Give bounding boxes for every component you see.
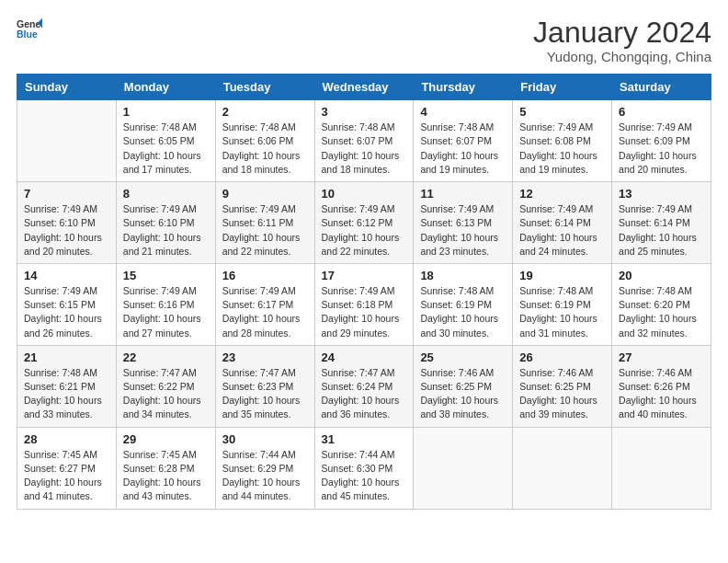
- table-cell: 3Sunrise: 7:48 AMSunset: 6:07 PMDaylight…: [314, 100, 414, 182]
- table-cell: 28Sunrise: 7:45 AMSunset: 6:27 PMDayligh…: [17, 427, 117, 509]
- table-cell: [414, 427, 513, 509]
- day-number: 19: [519, 269, 605, 282]
- header-row: Sunday Monday Tuesday Wednesday Thursday…: [17, 75, 711, 100]
- day-number: 24: [322, 350, 407, 364]
- day-info: Sunrise: 7:48 AMSunset: 6:05 PMDaylight:…: [123, 121, 209, 177]
- day-info: Sunrise: 7:45 AMSunset: 6:27 PMDaylight:…: [24, 448, 109, 504]
- day-number: 12: [519, 187, 605, 201]
- table-cell: 25Sunrise: 7:46 AMSunset: 6:25 PMDayligh…: [414, 345, 513, 427]
- week-row-4: 28Sunrise: 7:45 AMSunset: 6:27 PMDayligh…: [17, 427, 711, 509]
- table-cell: 4Sunrise: 7:48 AMSunset: 6:07 PMDaylight…: [414, 100, 513, 182]
- table-cell: [513, 427, 612, 509]
- day-number: 1: [123, 105, 209, 119]
- col-friday: Friday: [513, 75, 612, 100]
- table-cell: 19Sunrise: 7:48 AMSunset: 6:19 PMDayligh…: [513, 263, 612, 345]
- header: General Blue January 2024 Yudong, Chongq…: [17, 17, 711, 64]
- day-number: 25: [420, 350, 506, 364]
- day-number: 9: [222, 187, 308, 201]
- week-row-1: 7Sunrise: 7:49 AMSunset: 6:10 PMDaylight…: [17, 182, 711, 264]
- table-cell: 26Sunrise: 7:46 AMSunset: 6:25 PMDayligh…: [513, 345, 612, 427]
- month-title: January 2024: [533, 17, 711, 49]
- day-info: Sunrise: 7:44 AMSunset: 6:30 PMDaylight:…: [322, 448, 407, 504]
- table-cell: [17, 100, 117, 182]
- logo: General Blue: [17, 17, 42, 42]
- page: General Blue January 2024 Yudong, Chongq…: [0, 0, 728, 563]
- table-cell: 10Sunrise: 7:49 AMSunset: 6:12 PMDayligh…: [314, 182, 414, 264]
- day-info: Sunrise: 7:48 AMSunset: 6:07 PMDaylight:…: [322, 121, 407, 177]
- day-number: 16: [222, 269, 308, 282]
- day-info: Sunrise: 7:49 AMSunset: 6:08 PMDaylight:…: [519, 121, 605, 177]
- day-info: Sunrise: 7:49 AMSunset: 6:10 PMDaylight:…: [24, 202, 109, 259]
- table-cell: 9Sunrise: 7:49 AMSunset: 6:11 PMDaylight…: [215, 182, 314, 264]
- day-info: Sunrise: 7:49 AMSunset: 6:09 PMDaylight:…: [619, 121, 704, 177]
- table-cell: 2Sunrise: 7:48 AMSunset: 6:06 PMDaylight…: [215, 100, 314, 182]
- day-info: Sunrise: 7:46 AMSunset: 6:26 PMDaylight:…: [619, 366, 704, 422]
- day-number: 20: [619, 269, 704, 282]
- day-info: Sunrise: 7:48 AMSunset: 6:19 PMDaylight:…: [519, 284, 605, 340]
- col-saturday: Saturday: [612, 75, 711, 100]
- table-cell: 24Sunrise: 7:47 AMSunset: 6:24 PMDayligh…: [314, 345, 414, 427]
- col-tuesday: Tuesday: [215, 75, 314, 100]
- day-info: Sunrise: 7:47 AMSunset: 6:23 PMDaylight:…: [222, 366, 308, 422]
- col-wednesday: Wednesday: [314, 75, 414, 100]
- day-info: Sunrise: 7:49 AMSunset: 6:12 PMDaylight:…: [322, 202, 407, 259]
- day-number: 5: [519, 105, 605, 119]
- week-row-0: 1Sunrise: 7:48 AMSunset: 6:05 PMDaylight…: [17, 100, 711, 182]
- day-info: Sunrise: 7:47 AMSunset: 6:22 PMDaylight:…: [123, 366, 209, 422]
- table-cell: 21Sunrise: 7:48 AMSunset: 6:21 PMDayligh…: [17, 345, 117, 427]
- day-number: 18: [420, 269, 506, 282]
- table-cell: 1Sunrise: 7:48 AMSunset: 6:05 PMDaylight…: [116, 100, 215, 182]
- table-cell: 20Sunrise: 7:48 AMSunset: 6:20 PMDayligh…: [612, 263, 711, 345]
- day-number: 17: [322, 269, 407, 282]
- day-info: Sunrise: 7:48 AMSunset: 6:20 PMDaylight:…: [619, 284, 704, 340]
- day-number: 22: [123, 350, 209, 364]
- day-number: 3: [322, 105, 407, 119]
- table-cell: 30Sunrise: 7:44 AMSunset: 6:29 PMDayligh…: [215, 427, 314, 509]
- day-info: Sunrise: 7:49 AMSunset: 6:13 PMDaylight:…: [420, 202, 506, 259]
- table-cell: 13Sunrise: 7:49 AMSunset: 6:14 PMDayligh…: [612, 182, 711, 264]
- day-info: Sunrise: 7:49 AMSunset: 6:14 PMDaylight:…: [519, 202, 605, 259]
- day-number: 23: [222, 350, 308, 364]
- day-info: Sunrise: 7:49 AMSunset: 6:15 PMDaylight:…: [24, 284, 109, 340]
- day-number: 11: [420, 187, 506, 201]
- week-row-3: 21Sunrise: 7:48 AMSunset: 6:21 PMDayligh…: [17, 345, 711, 427]
- day-number: 7: [24, 187, 109, 201]
- calendar-table: Sunday Monday Tuesday Wednesday Thursday…: [17, 74, 711, 509]
- day-number: 14: [24, 269, 109, 282]
- day-number: 26: [519, 350, 605, 364]
- week-row-2: 14Sunrise: 7:49 AMSunset: 6:15 PMDayligh…: [17, 263, 711, 345]
- day-number: 10: [322, 187, 407, 201]
- table-cell: 11Sunrise: 7:49 AMSunset: 6:13 PMDayligh…: [414, 182, 513, 264]
- table-cell: 16Sunrise: 7:49 AMSunset: 6:17 PMDayligh…: [215, 263, 314, 345]
- day-number: 6: [619, 105, 704, 119]
- day-info: Sunrise: 7:49 AMSunset: 6:14 PMDaylight:…: [619, 202, 704, 259]
- title-block: January 2024 Yudong, Chongqing, China: [533, 17, 711, 64]
- day-info: Sunrise: 7:49 AMSunset: 6:11 PMDaylight:…: [222, 202, 308, 259]
- table-cell: 27Sunrise: 7:46 AMSunset: 6:26 PMDayligh…: [612, 345, 711, 427]
- table-cell: [612, 427, 711, 509]
- day-info: Sunrise: 7:48 AMSunset: 6:07 PMDaylight:…: [420, 121, 506, 177]
- table-cell: 29Sunrise: 7:45 AMSunset: 6:28 PMDayligh…: [116, 427, 215, 509]
- day-number: 8: [123, 187, 209, 201]
- day-info: Sunrise: 7:49 AMSunset: 6:10 PMDaylight:…: [123, 202, 209, 259]
- table-cell: 5Sunrise: 7:49 AMSunset: 6:08 PMDaylight…: [513, 100, 612, 182]
- logo-icon: General Blue: [17, 17, 42, 42]
- day-number: 2: [222, 105, 308, 119]
- table-cell: 14Sunrise: 7:49 AMSunset: 6:15 PMDayligh…: [17, 263, 117, 345]
- day-info: Sunrise: 7:48 AMSunset: 6:19 PMDaylight:…: [420, 284, 506, 340]
- table-cell: 17Sunrise: 7:49 AMSunset: 6:18 PMDayligh…: [314, 263, 414, 345]
- day-info: Sunrise: 7:49 AMSunset: 6:17 PMDaylight:…: [222, 284, 308, 340]
- col-monday: Monday: [116, 75, 215, 100]
- day-info: Sunrise: 7:48 AMSunset: 6:06 PMDaylight:…: [222, 121, 308, 177]
- day-number: 13: [619, 187, 704, 201]
- day-info: Sunrise: 7:48 AMSunset: 6:21 PMDaylight:…: [24, 366, 109, 422]
- day-info: Sunrise: 7:47 AMSunset: 6:24 PMDaylight:…: [322, 366, 407, 422]
- col-thursday: Thursday: [414, 75, 513, 100]
- table-cell: 8Sunrise: 7:49 AMSunset: 6:10 PMDaylight…: [116, 182, 215, 264]
- day-number: 29: [123, 432, 209, 446]
- table-cell: 6Sunrise: 7:49 AMSunset: 6:09 PMDaylight…: [612, 100, 711, 182]
- day-info: Sunrise: 7:46 AMSunset: 6:25 PMDaylight:…: [519, 366, 605, 422]
- svg-text:Blue: Blue: [17, 29, 38, 40]
- location-subtitle: Yudong, Chongqing, China: [533, 49, 711, 64]
- table-cell: 12Sunrise: 7:49 AMSunset: 6:14 PMDayligh…: [513, 182, 612, 264]
